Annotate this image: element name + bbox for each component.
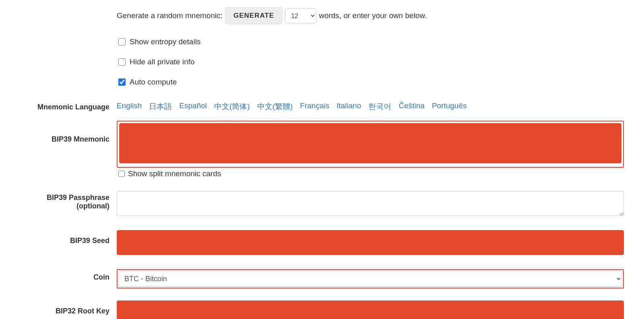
bip39-passphrase-label: BIP39 Passphrase (optional) bbox=[20, 191, 117, 210]
language-link[interactable]: Italiano bbox=[336, 101, 361, 112]
word-count-select[interactable]: 12 bbox=[285, 8, 316, 23]
language-link[interactable]: 中文(繁體) bbox=[257, 101, 293, 112]
bip39-passphrase-input[interactable] bbox=[117, 191, 624, 216]
hide-private-label[interactable]: Hide all private info bbox=[130, 58, 195, 66]
generate-button[interactable]: GENERATE bbox=[225, 7, 283, 24]
language-link[interactable]: Español bbox=[179, 101, 207, 112]
language-list: English日本語Español中文(简体)中文(繁體)FrançaisIta… bbox=[117, 101, 624, 112]
auto-compute-label[interactable]: Auto compute bbox=[130, 78, 177, 86]
language-link[interactable]: English bbox=[117, 101, 142, 112]
bip39-seed-input[interactable] bbox=[117, 230, 624, 255]
language-link[interactable]: 日本語 bbox=[149, 101, 172, 112]
show-entropy-label[interactable]: Show entropy details bbox=[130, 37, 200, 46]
generate-prefix-text: Generate a random mnemonic: bbox=[117, 11, 223, 20]
coin-select[interactable]: BTC - Bitcoin bbox=[118, 271, 622, 287]
bip32-root-key-label: BIP32 Root Key bbox=[20, 300, 117, 315]
generate-suffix-text: words, or enter your own below. bbox=[319, 11, 427, 20]
coin-highlight: BTC - Bitcoin bbox=[117, 269, 624, 288]
bip39-mnemonic-label: BIP39 Mnemonic bbox=[20, 121, 117, 144]
bip32-root-key-input[interactable] bbox=[117, 300, 624, 319]
bip39-mnemonic-input[interactable] bbox=[119, 123, 621, 163]
bip39-seed-label: BIP39 Seed bbox=[20, 230, 117, 245]
language-link[interactable]: Português bbox=[432, 101, 467, 112]
mnemonic-language-label: Mnemonic Language bbox=[20, 101, 117, 111]
language-link[interactable]: Čeština bbox=[398, 101, 424, 112]
show-split-mnemonic-checkbox[interactable] bbox=[118, 171, 125, 177]
language-link[interactable]: Français bbox=[300, 101, 329, 112]
show-split-mnemonic-label[interactable]: Show split mnemonic cards bbox=[128, 169, 221, 178]
language-link[interactable]: 中文(简体) bbox=[214, 101, 250, 112]
auto-compute-checkbox[interactable] bbox=[118, 78, 126, 86]
hide-private-checkbox[interactable] bbox=[118, 58, 126, 66]
coin-label: Coin bbox=[20, 269, 117, 282]
show-entropy-checkbox[interactable] bbox=[118, 38, 126, 45]
language-link[interactable]: 한국어 bbox=[368, 101, 391, 112]
bip39-mnemonic-highlight bbox=[117, 121, 624, 168]
